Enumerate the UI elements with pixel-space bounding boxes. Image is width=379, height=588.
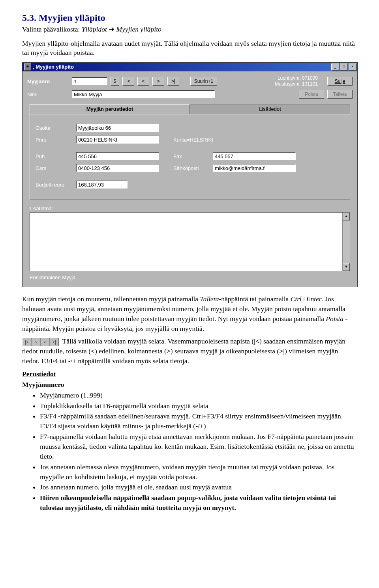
lisatietoa-textarea[interactable]: ▲ ▼ [30,212,350,271]
window-title: , Myyjien ylläpito [33,64,74,70]
nav-first-icon: |< [23,338,32,346]
label-nimi: Nimi [27,91,69,97]
osoite-input[interactable]: Myyjäpolku 66 [76,124,159,132]
app-window: ✦ , Myyjien ylläpito _ □ × Myyjänro 1 S … [22,62,358,287]
label-osoite: Osoite [36,125,73,131]
label-lisatietoa: Lisätietoa: [30,205,350,211]
myyjanro-input[interactable]: 1 [72,77,107,85]
subhead-perustiedot: Perustiedot [22,370,56,378]
subhead-myyjanumero: Myyjänumero [22,381,64,388]
tab-perustiedot[interactable]: Myyjän perustiedot [30,104,190,114]
label-pnro: Pnro [36,137,73,143]
tab-row: Myyjän perustiedot Lisätiedot [27,104,353,114]
suurin-button[interactable]: Suurin+1 [190,77,217,86]
list-item: Hiiren oikeanpuoleisella näppäimellä saa… [40,493,357,513]
breadcrumb-prefix: Valinta päävalikosta: [22,25,82,33]
nav-prev-button[interactable]: < [137,77,149,86]
sulje-button[interactable]: Sulje [327,77,353,86]
navigator-icon: |< < > >| [22,338,59,346]
list-item: F7-näppäimellä voidaan haluttu myyjä ets… [40,432,357,461]
list-item: F3/F4 -näppäimillä saadaan edellinen/seu… [40,411,357,431]
label-fax: Fax [173,153,210,159]
close-button[interactable]: × [349,63,356,71]
title-bar: ✦ , Myyjien ylläpito _ □ × [23,63,357,71]
bullet-list: Myyjänumero (1..999) Tuplaklikkauksella … [22,390,357,513]
luontipvm-text: Luontipvm: 071099 [275,75,318,82]
para-navigator: |< < > >| Tällä valikolla voidaan myyjiä… [22,336,357,366]
maximize-button[interactable]: □ [340,63,348,71]
puh-input[interactable]: 445 556 [76,152,159,160]
email-input[interactable]: mikko@meidänfirma.fi [213,164,296,172]
nav-first-button[interactable]: |< [122,77,134,86]
label-gsm: Gsm [36,165,73,171]
status-text: Ensimmäinen Myyjä [30,274,350,280]
scrollbar[interactable]: ▲ ▼ [342,213,350,271]
scroll-down-icon[interactable]: ▼ [343,263,350,271]
tab-lisatiedot[interactable]: Lisätiedot [190,104,350,114]
s-button[interactable]: S [111,77,119,86]
muutospvm-text: Muutospvm: 131101 [275,81,318,88]
budjetti-input[interactable]: 168.187,93 [76,181,128,189]
label-myyjanro: Myyjänro [27,78,69,84]
pnro-input[interactable]: 00210 HELSINKI [76,136,159,144]
arrow-icon: ➔ [109,25,114,33]
para-talleta: Kun myyjän tietoja on muutettu, tallenne… [22,294,357,333]
tab-panel: Osoite Myyjäpolku 66 Pnro 00210 HELSINKI… [30,114,350,200]
section-heading: 5.3. Myyjien ylläpito [22,13,357,23]
label-puh: Puh [36,153,73,159]
breadcrumb-i2: Myyjien ylläpito [116,25,161,33]
intro-paragraph: Myyjien ylläpito-ohjelmalla avataan uude… [22,39,357,58]
list-item: Myyjänumero (1..999) [40,390,357,400]
kunta-text: Kunta=HELSINKI [173,137,213,143]
nav-last-icon: >| [50,338,58,346]
fax-input[interactable]: 445 557 [213,152,296,160]
app-icon: ✦ [24,63,31,71]
nav-next-icon: > [41,338,50,346]
nimi-input[interactable]: Mikko Myyjä [72,90,215,98]
nav-last-button[interactable]: >| [167,77,179,86]
list-item: Jos annetaan olemassa oleva myyjänumero,… [40,462,357,482]
list-item: Jos annetaan numero, jolla myyjää ei ole… [40,482,357,492]
nav-next-button[interactable]: > [152,77,164,86]
label-email: Sähköposti [173,165,210,171]
talleta-button[interactable]: Talleta [327,90,353,99]
label-budjetti: Budjetti euro [36,182,73,188]
scroll-up-icon[interactable]: ▲ [343,213,350,220]
poista-button[interactable]: Poista [299,90,324,99]
gsm-input[interactable]: 0400-123 456 [76,164,159,172]
minimize-button[interactable]: _ [331,63,339,71]
list-item: Tuplaklikkauksella tai F6-näppäimellä vo… [40,401,357,411]
breadcrumb-i1: Ylläpidot [82,25,107,33]
nav-prev-icon: < [32,338,41,346]
breadcrumb-line: Valinta päävalikosta: Ylläpidot ➔ Myyjie… [22,25,357,34]
